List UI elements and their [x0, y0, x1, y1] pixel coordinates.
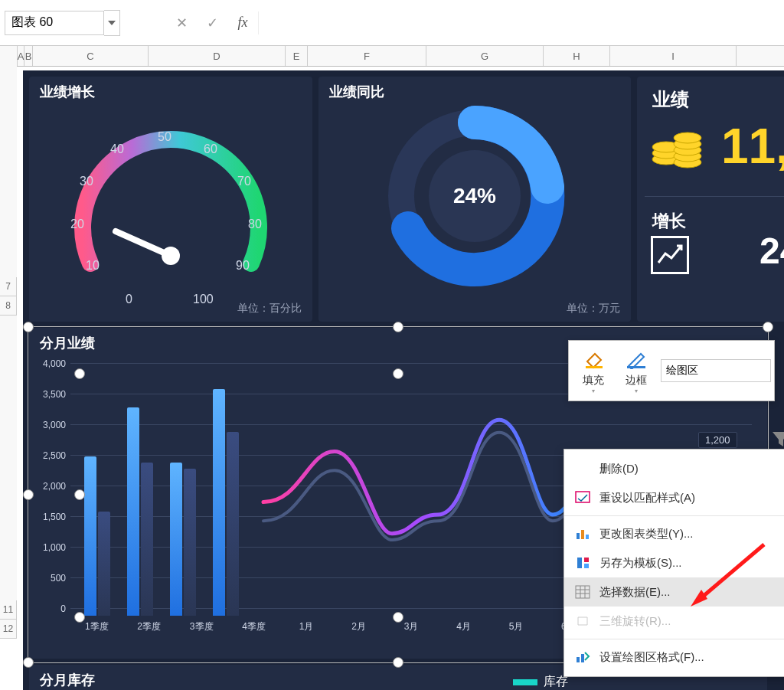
x-icon: ✕ — [176, 15, 188, 31]
gauge-tick: 70 — [237, 175, 251, 188]
resize-handle[interactable] — [393, 368, 403, 379]
pencil-icon — [625, 348, 648, 371]
row-header[interactable]: 11 — [0, 600, 17, 620]
accept-formula-button[interactable]: ✓ — [197, 11, 227, 35]
gauge-tick: 0 — [126, 293, 132, 306]
name-box-input[interactable] — [5, 11, 104, 35]
tile-title: 业绩同比 — [329, 83, 384, 101]
resize-handle[interactable] — [23, 489, 34, 500]
check-icon: ✓ — [207, 15, 218, 31]
legend-swatch — [513, 679, 537, 685]
rotate3d-icon — [573, 613, 592, 629]
row-header[interactable]: 12 — [0, 620, 17, 639]
resize-handle[interactable] — [23, 657, 34, 668]
ctx-reset-style[interactable]: 重设以匹配样式(A) — [564, 483, 784, 512]
tile-unit: 单位：万元 — [567, 302, 620, 316]
col-header[interactable]: E — [286, 46, 308, 66]
gauge-tick: 50 — [158, 130, 172, 144]
col-header[interactable]: F — [308, 46, 426, 66]
resize-handle[interactable] — [393, 612, 403, 623]
resize-handle[interactable] — [74, 489, 85, 500]
ctx-format-plot-area[interactable]: 设置绘图区格式(F)... — [564, 643, 784, 672]
kpi-value: 11,9 — [721, 118, 784, 175]
svg-rect-13 — [576, 492, 590, 502]
row-header[interactable]: 7 — [0, 277, 17, 296]
template-icon — [573, 555, 592, 571]
svg-line-27 — [698, 544, 764, 600]
fx-button[interactable]: fx — [227, 11, 258, 35]
sheet-canvas[interactable]: 业绩增长 0 10 20 30 — [17, 66, 784, 690]
col-header[interactable]: A — [18, 46, 24, 66]
filter-icon[interactable] — [770, 429, 784, 450]
coins-icon — [651, 124, 704, 171]
resize-handle[interactable] — [763, 322, 773, 332]
col-header[interactable]: I — [610, 46, 737, 66]
ctx-label: 设置绘图区格式(F)... — [599, 650, 704, 665]
mini-label: 填充 — [583, 374, 604, 388]
ctx-label: 删除(D) — [599, 462, 639, 476]
kpi-value2: 24 — [760, 230, 784, 272]
svg-rect-14 — [577, 533, 580, 539]
tile-yoy-donut: 业绩同比 24% 单位：万元 — [318, 77, 631, 322]
svg-rect-20 — [576, 586, 590, 598]
mini-label: 边框 — [626, 374, 647, 388]
col-header[interactable]: B — [24, 46, 33, 66]
gauge-tick: 10 — [86, 259, 100, 273]
gauge-tick: 100 — [193, 293, 214, 306]
tile-unit: 单位：百分比 — [237, 302, 302, 316]
format-icon — [573, 649, 592, 665]
col-header[interactable]: H — [544, 46, 610, 66]
ctx-label: 重设以匹配样式(A) — [599, 491, 695, 505]
svg-rect-15 — [581, 530, 584, 539]
legend: 库存 — [513, 674, 568, 690]
gauge-tick: 80 — [248, 217, 262, 231]
svg-rect-16 — [586, 535, 589, 539]
chart-type-icon — [573, 526, 592, 541]
paint-bucket-icon — [582, 348, 605, 371]
worksheet-area[interactable]: A B C D E F G H I 7 8 11 12 业绩增长 — [0, 46, 784, 690]
tile-title: 业绩增长 — [40, 83, 95, 101]
row-header[interactable]: 8 — [0, 296, 17, 316]
svg-rect-19 — [584, 564, 589, 568]
tile-kpi: 业绩 11,9 增长 24 — [637, 77, 784, 322]
cancel-formula-button[interactable]: ✕ — [166, 11, 197, 35]
gauge-tick: 60 — [204, 142, 217, 156]
fill-button[interactable]: 填充▾ — [572, 344, 615, 397]
ctx-delete[interactable]: 删除(D) — [564, 454, 784, 483]
kpi-title2: 增长 — [652, 210, 686, 233]
border-button[interactable]: 边框▾ — [615, 344, 658, 397]
resize-handle[interactable] — [74, 368, 85, 379]
column-headers: A B C D E F G H I — [0, 46, 784, 67]
gauge-tick: 30 — [80, 175, 93, 188]
select-data-icon — [573, 584, 592, 600]
svg-marker-28 — [691, 590, 707, 607]
svg-rect-12 — [627, 366, 645, 368]
resize-handle[interactable] — [74, 612, 85, 623]
svg-point-10 — [674, 132, 701, 143]
annotation-arrow — [688, 541, 772, 610]
resize-handle[interactable] — [23, 322, 34, 332]
row-headers: 7 8 11 12 — [0, 66, 17, 639]
svg-rect-17 — [577, 558, 582, 568]
svg-rect-11 — [586, 366, 603, 368]
resize-handle[interactable] — [393, 657, 403, 668]
chart-area-name-input[interactable] — [661, 359, 771, 382]
name-box[interactable] — [5, 11, 120, 35]
resize-handle[interactable] — [393, 322, 403, 332]
trend-up-icon — [651, 236, 689, 274]
kpi-title: 业绩 — [652, 87, 689, 112]
name-box-dropdown[interactable] — [104, 10, 120, 36]
col-header[interactable]: C — [33, 46, 149, 66]
fx-icon: fx — [238, 15, 248, 31]
select-all-corner[interactable] — [0, 46, 18, 66]
donut-chart: 24% — [380, 101, 570, 291]
svg-rect-18 — [584, 558, 589, 562]
col-header[interactable]: G — [426, 46, 544, 66]
reset-style-icon — [573, 490, 592, 505]
svg-rect-26 — [581, 654, 584, 662]
ctx-label: 更改图表类型(Y)... — [599, 527, 694, 541]
ctx-label: 另存为模板(S)... — [599, 556, 682, 571]
col-header[interactable]: D — [149, 46, 286, 66]
ctx-label: 三维旋转(R)... — [599, 614, 671, 629]
tile-title: 分月库存 — [40, 671, 95, 689]
